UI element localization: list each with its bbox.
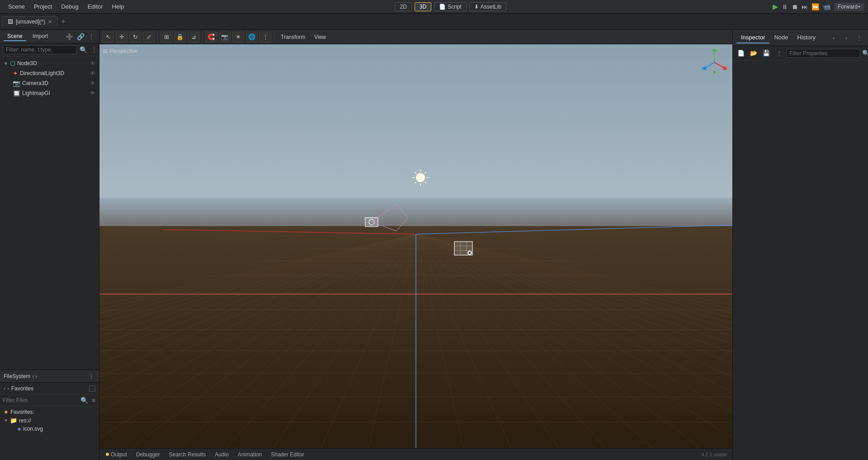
icon-svg-label: icon.svg	[23, 426, 43, 432]
search-icon[interactable]: 🔍	[79, 45, 88, 54]
shader-editor-label: Shader Editor	[271, 451, 304, 458]
tab-output[interactable]: Output	[101, 451, 132, 459]
inspector-save-button[interactable]: 💾	[761, 48, 772, 58]
move-tool-button[interactable]: ✛	[116, 32, 127, 43]
tab-scene[interactable]: Scene	[4, 32, 26, 41]
camera-icon: 📷	[13, 80, 20, 87]
filter-props-search-icon[interactable]: 🔍	[862, 48, 868, 58]
tab-animation[interactable]: Animation	[233, 451, 266, 459]
fs-item-icon-svg[interactable]: ▶ ◈ icon.svg	[0, 425, 99, 433]
menu-help[interactable]: Help	[108, 2, 129, 11]
inspector-settings-button[interactable]: ⋮	[774, 48, 784, 58]
env-button[interactable]: 🌐	[246, 32, 258, 43]
fs-more-button[interactable]: ⋮	[87, 372, 95, 381]
tree-item-lightmapgi[interactable]: 🔲 LightmapGI 👁	[0, 88, 99, 98]
filter-properties-input[interactable]	[786, 49, 860, 58]
transform-button[interactable]: Transform	[277, 33, 309, 41]
add-node-button[interactable]: ➕	[65, 32, 74, 41]
mode-assetlib-button[interactable]: ⬇ AssetLib	[469, 2, 506, 11]
fav-forward-button[interactable]: ›	[7, 385, 9, 392]
fs-back-button[interactable]: ‹	[32, 373, 34, 379]
stop-button[interactable]: ⏹	[792, 3, 798, 10]
fav-back-button[interactable]: ‹	[4, 385, 5, 392]
node3d-label: Node3D	[17, 60, 37, 66]
more-options-button[interactable]: ⋮	[87, 32, 95, 41]
tab-shader-editor[interactable]: Shader Editor	[266, 451, 308, 459]
tree-item-node3d[interactable]: ▼ ⬡ Node3D 👁	[0, 58, 99, 68]
svg-text:Z: Z	[701, 67, 703, 71]
visibility-icon-camera[interactable]: 👁	[90, 80, 95, 86]
inspector-back-button[interactable]: ‹	[828, 33, 839, 43]
tab-debugger[interactable]: Debugger	[132, 451, 165, 459]
inspector-tab-inspector[interactable]: Inspector	[736, 32, 769, 43]
mode-script-button[interactable]: 📄 Script	[434, 2, 467, 11]
select-tool-button[interactable]: ↖	[102, 32, 114, 43]
inspector-tab-node[interactable]: Node	[769, 32, 793, 43]
link-node-button[interactable]: 🔗	[76, 32, 85, 41]
grid-button[interactable]: ⊞	[160, 32, 172, 43]
tab-import[interactable]: Import	[29, 32, 52, 41]
animation-label: Animation	[238, 451, 262, 458]
filter-options-icon[interactable]: ≡	[91, 396, 96, 405]
inspector-actions: ‹ › ⋮	[828, 33, 864, 43]
editor-tab-unsaved[interactable]: 🖼 [unsaved](*) ✕	[2, 16, 58, 27]
rotate-tool-button[interactable]: ↻	[129, 32, 141, 43]
filter-search-icon[interactable]: 🔍	[80, 396, 89, 405]
lock-button[interactable]: 🔒	[174, 32, 186, 43]
filter-files-input[interactable]	[3, 397, 78, 403]
fs-item-res[interactable]: ▼ 📁 res://	[0, 416, 99, 425]
step2-button[interactable]: ⏩	[811, 3, 819, 10]
inspector-new-script-button[interactable]: 📄	[736, 48, 746, 58]
scale-tool-button[interactable]: ⤢	[143, 32, 155, 43]
favorites-box	[89, 385, 95, 392]
search-options-icon[interactable]: ⋮	[90, 45, 98, 54]
inspector-toolbar: 📄 📂 💾 ⋮ 🔍 ⇅	[733, 46, 868, 61]
inspector-forward-button[interactable]: ›	[841, 33, 852, 43]
step-button[interactable]: ⏭	[802, 3, 808, 10]
inspector-open-button[interactable]: 📂	[748, 48, 759, 58]
tab-search-results[interactable]: Search Results	[165, 451, 210, 459]
menu-project[interactable]: Project	[29, 2, 57, 11]
fs-item-favorites[interactable]: ★ Favorites:	[0, 408, 99, 416]
menu-scene[interactable]: Scene	[4, 2, 29, 11]
fs-forward-button[interactable]: ›	[35, 373, 37, 379]
pause-button[interactable]: ⏸	[782, 3, 788, 10]
renderer-label: Forward+	[834, 3, 864, 11]
sun-button[interactable]: ☀	[232, 32, 244, 43]
viewport-3d[interactable]: ⊞ Perspective Y X Z	[99, 44, 732, 448]
inspector-icons: 📄 📂 💾 ⋮	[736, 48, 784, 58]
camera-label: Camera3D	[22, 80, 48, 86]
visibility-icon-node3d[interactable]: 👁	[90, 60, 95, 66]
more-view-button[interactable]: ⋮	[259, 32, 271, 43]
version-label: 4.2.1.stable	[701, 452, 731, 457]
record-button[interactable]: 📹	[823, 3, 830, 10]
inspector-more-button[interactable]: ⋮	[854, 33, 864, 43]
node3d-icon: ⬡	[10, 60, 15, 67]
menu-editor[interactable]: Editor	[83, 2, 108, 11]
mode-2d-button[interactable]: 2D	[395, 2, 411, 11]
tab-close-button[interactable]: ✕	[48, 19, 52, 25]
tree-item-camera[interactable]: 📷 Camera3D 👁	[0, 78, 99, 88]
inspector-tab-history[interactable]: History	[793, 32, 820, 43]
view-button[interactable]: View	[311, 33, 330, 41]
favorites-bar: ‹ › Favorites	[0, 383, 99, 394]
play-button[interactable]: ▶	[773, 2, 778, 11]
tree-item-directionallight[interactable]: ✦ DirectionalLight3D 👁	[0, 68, 99, 78]
group-button[interactable]: ⊿	[188, 32, 199, 43]
visibility-icon-light[interactable]: 👁	[90, 70, 95, 76]
lightmapgi-label: LightmapGI	[22, 90, 50, 96]
script-icon: 📄	[439, 4, 446, 10]
snap-button[interactable]: 🧲	[205, 32, 217, 43]
star-icon: ★	[4, 409, 9, 415]
camera-view-button[interactable]: 📷	[219, 32, 231, 43]
visibility-icon-lightmap[interactable]: 👁	[90, 90, 95, 96]
svg-text:Y: Y	[716, 49, 718, 53]
mode-3d-button[interactable]: 3D	[415, 2, 431, 11]
favorites-tree-label: Favorites:	[10, 409, 34, 415]
svg-point-9	[713, 71, 716, 74]
scene-search-input[interactable]	[3, 45, 77, 54]
svg-line-3	[714, 62, 724, 68]
tab-audio[interactable]: Audio	[210, 451, 233, 459]
menu-debug[interactable]: Debug	[57, 2, 83, 11]
tab-add-button[interactable]: ＋	[60, 17, 67, 26]
